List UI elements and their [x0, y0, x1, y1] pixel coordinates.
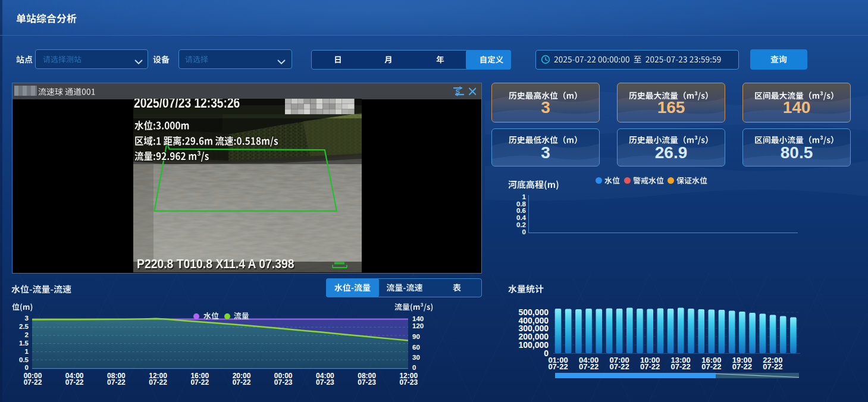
svg-text:S: S	[456, 88, 460, 95]
